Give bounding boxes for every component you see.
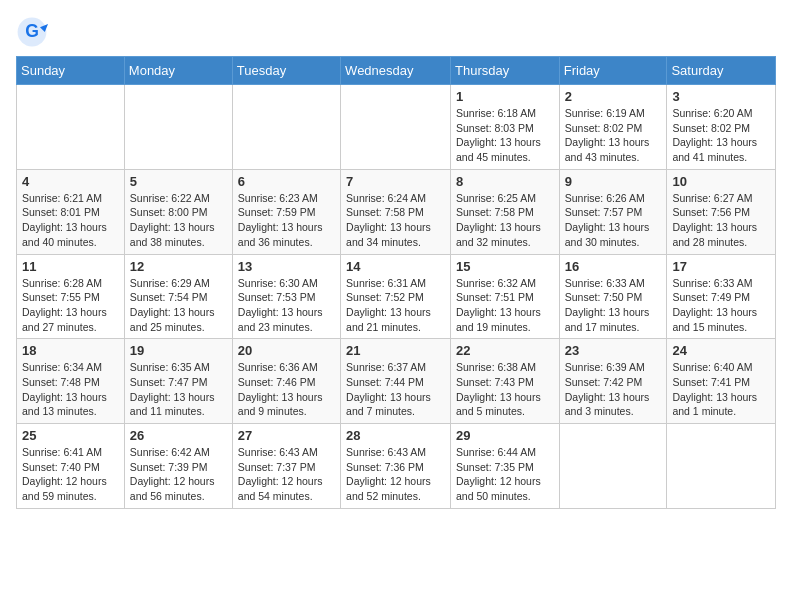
day-info: Sunrise: 6:20 AM Sunset: 8:02 PM Dayligh…: [672, 106, 770, 165]
calendar-cell: 22Sunrise: 6:38 AM Sunset: 7:43 PM Dayli…: [451, 339, 560, 424]
calendar-table: SundayMondayTuesdayWednesdayThursdayFrid…: [16, 56, 776, 509]
day-info: Sunrise: 6:28 AM Sunset: 7:55 PM Dayligh…: [22, 276, 119, 335]
day-number: 6: [238, 174, 335, 189]
calendar-day-header: Sunday: [17, 57, 125, 85]
day-number: 15: [456, 259, 554, 274]
day-number: 19: [130, 343, 227, 358]
day-info: Sunrise: 6:43 AM Sunset: 7:37 PM Dayligh…: [238, 445, 335, 504]
day-number: 23: [565, 343, 662, 358]
calendar-cell: 23Sunrise: 6:39 AM Sunset: 7:42 PM Dayli…: [559, 339, 667, 424]
calendar-cell: 11Sunrise: 6:28 AM Sunset: 7:55 PM Dayli…: [17, 254, 125, 339]
day-number: 21: [346, 343, 445, 358]
calendar-week-row: 25Sunrise: 6:41 AM Sunset: 7:40 PM Dayli…: [17, 424, 776, 509]
day-info: Sunrise: 6:18 AM Sunset: 8:03 PM Dayligh…: [456, 106, 554, 165]
calendar-cell: 18Sunrise: 6:34 AM Sunset: 7:48 PM Dayli…: [17, 339, 125, 424]
calendar-cell: 25Sunrise: 6:41 AM Sunset: 7:40 PM Dayli…: [17, 424, 125, 509]
day-number: 13: [238, 259, 335, 274]
calendar-cell: [667, 424, 776, 509]
calendar-cell: [17, 85, 125, 170]
calendar-body: 1Sunrise: 6:18 AM Sunset: 8:03 PM Daylig…: [17, 85, 776, 509]
day-info: Sunrise: 6:25 AM Sunset: 7:58 PM Dayligh…: [456, 191, 554, 250]
day-number: 27: [238, 428, 335, 443]
day-info: Sunrise: 6:41 AM Sunset: 7:40 PM Dayligh…: [22, 445, 119, 504]
calendar-day-header: Tuesday: [232, 57, 340, 85]
logo-icon: G: [16, 16, 48, 48]
day-number: 8: [456, 174, 554, 189]
calendar-day-header: Saturday: [667, 57, 776, 85]
day-number: 25: [22, 428, 119, 443]
calendar-week-row: 4Sunrise: 6:21 AM Sunset: 8:01 PM Daylig…: [17, 169, 776, 254]
calendar-cell: 24Sunrise: 6:40 AM Sunset: 7:41 PM Dayli…: [667, 339, 776, 424]
calendar-cell: 27Sunrise: 6:43 AM Sunset: 7:37 PM Dayli…: [232, 424, 340, 509]
day-info: Sunrise: 6:29 AM Sunset: 7:54 PM Dayligh…: [130, 276, 227, 335]
calendar-cell: 10Sunrise: 6:27 AM Sunset: 7:56 PM Dayli…: [667, 169, 776, 254]
day-info: Sunrise: 6:44 AM Sunset: 7:35 PM Dayligh…: [456, 445, 554, 504]
calendar-cell: 13Sunrise: 6:30 AM Sunset: 7:53 PM Dayli…: [232, 254, 340, 339]
calendar-cell: 3Sunrise: 6:20 AM Sunset: 8:02 PM Daylig…: [667, 85, 776, 170]
calendar-cell: 4Sunrise: 6:21 AM Sunset: 8:01 PM Daylig…: [17, 169, 125, 254]
day-number: 18: [22, 343, 119, 358]
calendar-week-row: 11Sunrise: 6:28 AM Sunset: 7:55 PM Dayli…: [17, 254, 776, 339]
calendar-cell: [341, 85, 451, 170]
day-number: 12: [130, 259, 227, 274]
calendar-week-row: 1Sunrise: 6:18 AM Sunset: 8:03 PM Daylig…: [17, 85, 776, 170]
calendar-cell: 8Sunrise: 6:25 AM Sunset: 7:58 PM Daylig…: [451, 169, 560, 254]
day-number: 17: [672, 259, 770, 274]
calendar-cell: 15Sunrise: 6:32 AM Sunset: 7:51 PM Dayli…: [451, 254, 560, 339]
calendar-cell: 17Sunrise: 6:33 AM Sunset: 7:49 PM Dayli…: [667, 254, 776, 339]
day-number: 16: [565, 259, 662, 274]
calendar-header-row: SundayMondayTuesdayWednesdayThursdayFrid…: [17, 57, 776, 85]
day-number: 28: [346, 428, 445, 443]
day-number: 1: [456, 89, 554, 104]
day-info: Sunrise: 6:36 AM Sunset: 7:46 PM Dayligh…: [238, 360, 335, 419]
svg-text:G: G: [25, 21, 39, 41]
day-info: Sunrise: 6:27 AM Sunset: 7:56 PM Dayligh…: [672, 191, 770, 250]
day-info: Sunrise: 6:31 AM Sunset: 7:52 PM Dayligh…: [346, 276, 445, 335]
day-info: Sunrise: 6:35 AM Sunset: 7:47 PM Dayligh…: [130, 360, 227, 419]
calendar-week-row: 18Sunrise: 6:34 AM Sunset: 7:48 PM Dayli…: [17, 339, 776, 424]
day-info: Sunrise: 6:37 AM Sunset: 7:44 PM Dayligh…: [346, 360, 445, 419]
day-number: 29: [456, 428, 554, 443]
calendar-cell: 19Sunrise: 6:35 AM Sunset: 7:47 PM Dayli…: [124, 339, 232, 424]
day-number: 24: [672, 343, 770, 358]
day-info: Sunrise: 6:42 AM Sunset: 7:39 PM Dayligh…: [130, 445, 227, 504]
calendar-header: SundayMondayTuesdayWednesdayThursdayFrid…: [17, 57, 776, 85]
day-number: 10: [672, 174, 770, 189]
day-number: 20: [238, 343, 335, 358]
day-info: Sunrise: 6:38 AM Sunset: 7:43 PM Dayligh…: [456, 360, 554, 419]
calendar-cell: 21Sunrise: 6:37 AM Sunset: 7:44 PM Dayli…: [341, 339, 451, 424]
day-number: 2: [565, 89, 662, 104]
day-number: 26: [130, 428, 227, 443]
calendar-cell: 7Sunrise: 6:24 AM Sunset: 7:58 PM Daylig…: [341, 169, 451, 254]
calendar-cell: 29Sunrise: 6:44 AM Sunset: 7:35 PM Dayli…: [451, 424, 560, 509]
page-header: G: [16, 16, 776, 48]
day-info: Sunrise: 6:33 AM Sunset: 7:50 PM Dayligh…: [565, 276, 662, 335]
calendar-cell: 14Sunrise: 6:31 AM Sunset: 7:52 PM Dayli…: [341, 254, 451, 339]
day-number: 11: [22, 259, 119, 274]
calendar-day-header: Wednesday: [341, 57, 451, 85]
day-info: Sunrise: 6:24 AM Sunset: 7:58 PM Dayligh…: [346, 191, 445, 250]
day-info: Sunrise: 6:33 AM Sunset: 7:49 PM Dayligh…: [672, 276, 770, 335]
logo: G: [16, 16, 52, 48]
calendar-cell: 1Sunrise: 6:18 AM Sunset: 8:03 PM Daylig…: [451, 85, 560, 170]
day-info: Sunrise: 6:23 AM Sunset: 7:59 PM Dayligh…: [238, 191, 335, 250]
calendar-cell: 6Sunrise: 6:23 AM Sunset: 7:59 PM Daylig…: [232, 169, 340, 254]
day-number: 4: [22, 174, 119, 189]
day-info: Sunrise: 6:21 AM Sunset: 8:01 PM Dayligh…: [22, 191, 119, 250]
day-info: Sunrise: 6:43 AM Sunset: 7:36 PM Dayligh…: [346, 445, 445, 504]
calendar-day-header: Friday: [559, 57, 667, 85]
day-info: Sunrise: 6:39 AM Sunset: 7:42 PM Dayligh…: [565, 360, 662, 419]
day-info: Sunrise: 6:32 AM Sunset: 7:51 PM Dayligh…: [456, 276, 554, 335]
calendar-cell: 28Sunrise: 6:43 AM Sunset: 7:36 PM Dayli…: [341, 424, 451, 509]
calendar-cell: 20Sunrise: 6:36 AM Sunset: 7:46 PM Dayli…: [232, 339, 340, 424]
calendar-cell: 26Sunrise: 6:42 AM Sunset: 7:39 PM Dayli…: [124, 424, 232, 509]
day-number: 14: [346, 259, 445, 274]
day-number: 9: [565, 174, 662, 189]
calendar-cell: 16Sunrise: 6:33 AM Sunset: 7:50 PM Dayli…: [559, 254, 667, 339]
day-info: Sunrise: 6:40 AM Sunset: 7:41 PM Dayligh…: [672, 360, 770, 419]
day-info: Sunrise: 6:22 AM Sunset: 8:00 PM Dayligh…: [130, 191, 227, 250]
day-info: Sunrise: 6:30 AM Sunset: 7:53 PM Dayligh…: [238, 276, 335, 335]
calendar-cell: [232, 85, 340, 170]
day-info: Sunrise: 6:26 AM Sunset: 7:57 PM Dayligh…: [565, 191, 662, 250]
calendar-cell: 5Sunrise: 6:22 AM Sunset: 8:00 PM Daylig…: [124, 169, 232, 254]
